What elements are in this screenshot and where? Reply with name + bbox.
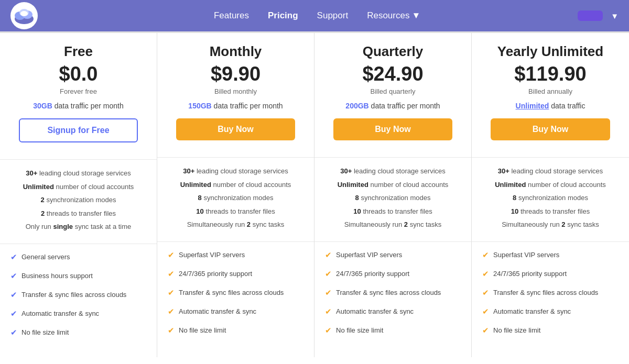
plan-name-yearly: Yearly Unlimited [480, 43, 621, 60]
check-icon-quarterly-3: ✔ [325, 307, 332, 316]
plan-price-monthly: $9.90 [166, 63, 306, 85]
check-item-free-0: ✔ General servers [10, 252, 146, 262]
feature-line-free-3: 2 threads to transfer files [10, 208, 146, 219]
feature-line-yearly-0: 30+ leading cloud storage services [482, 166, 619, 177]
signup-button[interactable] [578, 10, 603, 21]
check-label: Automatic transfer & sync [21, 310, 99, 317]
check-icon-yearly-0: ✔ [482, 250, 489, 260]
feature-line-monthly-1: Unlimited number of cloud accounts [168, 180, 303, 190]
plan-billing-quarterly: Billed quarterly [323, 87, 463, 95]
feature-line-yearly-1: Unlimited number of cloud accounts [482, 180, 619, 190]
check-label: Business hours support [21, 272, 93, 280]
feature-line-yearly-4: Simultaneously run 2 sync tasks [482, 219, 619, 230]
plan-traffic-quarterly: 200GB data traffic per month [323, 102, 463, 110]
check-item-yearly-1: ✔ 24/7/365 priority support [482, 269, 619, 279]
feature-line-free-2: 2 synchronization modes [10, 195, 146, 205]
check-label: Transfer & sync files across clouds [336, 289, 441, 296]
check-item-free-3: ✔ Automatic transfer & sync [10, 309, 146, 318]
plan-features-free: 30+ leading cloud storage servicesUnlimi… [0, 159, 157, 239]
plan-checklist-monthly: ✔ Superfast VIP servers ✔ 24/7/365 prior… [157, 241, 314, 335]
plan-features-quarterly: 30+ leading cloud storage servicesUnlimi… [314, 157, 471, 237]
traffic-highlight-yearly: Unlimited [516, 102, 549, 110]
logo[interactable] [10, 2, 42, 29]
cta-button-free[interactable]: Signup for Free [19, 118, 138, 142]
language-selector[interactable]: ▼ [609, 12, 619, 20]
check-item-monthly-3: ✔ Automatic transfer & sync [168, 307, 303, 316]
check-icon-monthly-1: ✔ [168, 269, 175, 279]
check-item-monthly-1: ✔ 24/7/365 priority support [168, 269, 303, 279]
feature-line-quarterly-1: Unlimited number of cloud accounts [325, 180, 461, 190]
check-label: No file size limit [336, 326, 383, 334]
check-item-free-1: ✔ Business hours support [10, 271, 146, 281]
feature-line-yearly-2: 8 synchronization modes [482, 193, 619, 203]
feature-line-monthly-0: 30+ leading cloud storage services [168, 166, 303, 177]
plan-price-yearly: $119.90 [480, 63, 621, 85]
check-icon-quarterly-2: ✔ [325, 288, 332, 297]
check-label: 24/7/365 priority support [336, 270, 409, 278]
check-label: 24/7/365 priority support [179, 270, 252, 278]
logo-icon [10, 2, 38, 29]
cta-button-quarterly[interactable]: Buy Now [333, 118, 452, 140]
nav-actions: ▼ [571, 10, 619, 21]
feature-line-yearly-3: 10 threads to transfer files [482, 206, 619, 217]
check-item-free-2: ✔ Transfer & sync files across clouds [10, 290, 146, 300]
check-label: No file size limit [179, 326, 226, 334]
feature-line-monthly-4: Simultaneously run 2 sync tasks [168, 219, 303, 230]
traffic-highlight-free: 30GB [33, 102, 52, 110]
cta-button-monthly[interactable]: Buy Now [176, 118, 295, 140]
nav-resources[interactable]: Resources ▼ [367, 10, 420, 21]
check-label: General servers [21, 253, 70, 261]
plan-header-monthly: Monthly $9.90 Billed monthly 150GB data … [157, 33, 314, 149]
cta-button-yearly[interactable]: Buy Now [491, 118, 610, 140]
plan-name-monthly: Monthly [166, 43, 306, 60]
plan-price-quarterly: $24.90 [323, 63, 463, 85]
plan-price-free: $0.0 [8, 63, 148, 85]
feature-line-monthly-3: 10 threads to transfer files [168, 206, 303, 217]
feature-line-free-1: Unlimited number of cloud accounts [10, 182, 146, 192]
check-label: Superfast VIP servers [336, 251, 402, 259]
nav-support[interactable]: Support [317, 10, 349, 21]
plan-checklist-free: ✔ General servers ✔ Business hours suppo… [0, 244, 157, 337]
check-label: Superfast VIP servers [179, 251, 245, 259]
check-icon-quarterly-1: ✔ [325, 269, 332, 279]
check-icon-free-1: ✔ [10, 271, 17, 281]
check-icon-yearly-3: ✔ [482, 307, 489, 316]
nav-features[interactable]: Features [214, 10, 249, 21]
plan-header-quarterly: Quarterly $24.90 Billed quarterly 200GB … [314, 33, 471, 149]
check-icon-monthly-4: ✔ [168, 326, 175, 335]
plan-traffic-monthly: 150GB data traffic per month [166, 102, 306, 110]
check-item-monthly-4: ✔ No file size limit [168, 326, 303, 335]
plan-features-yearly: 30+ leading cloud storage servicesUnlimi… [472, 157, 629, 237]
pricing-grid: Free $0.0 Forever free 30GB data traffic… [0, 31, 629, 357]
nav-links: Features Pricing Support Resources ▼ [63, 10, 571, 21]
feature-line-free-4: Only run single sync task at a time [10, 222, 146, 232]
plan-billing-yearly: Billed annually [480, 87, 621, 95]
check-icon-quarterly-0: ✔ [325, 250, 332, 260]
plan-free: Free $0.0 Forever free 30GB data traffic… [0, 33, 157, 357]
check-label: Superfast VIP servers [493, 251, 559, 259]
feature-line-monthly-2: 8 synchronization modes [168, 193, 303, 203]
plan-name-free: Free [8, 43, 148, 60]
check-icon-monthly-0: ✔ [168, 250, 175, 260]
check-item-monthly-0: ✔ Superfast VIP servers [168, 250, 303, 260]
check-label: No file size limit [21, 328, 69, 336]
check-item-yearly-4: ✔ No file size limit [482, 326, 619, 335]
check-item-quarterly-0: ✔ Superfast VIP servers [325, 250, 461, 260]
check-item-free-4: ✔ No file size limit [10, 328, 146, 337]
plan-checklist-quarterly: ✔ Superfast VIP servers ✔ 24/7/365 prior… [314, 241, 471, 335]
plan-billing-free: Forever free [8, 87, 148, 95]
plan-checklist-yearly: ✔ Superfast VIP servers ✔ 24/7/365 prior… [472, 241, 629, 335]
plan-header-yearly: Yearly Unlimited $119.90 Billed annually… [472, 33, 629, 149]
check-item-yearly-0: ✔ Superfast VIP servers [482, 250, 619, 260]
check-label: Transfer & sync files across clouds [493, 289, 598, 296]
plan-traffic-yearly: Unlimited data traffic [480, 102, 621, 110]
chevron-down-icon: ▼ [411, 10, 420, 21]
plan-name-quarterly: Quarterly [323, 43, 463, 60]
check-item-quarterly-3: ✔ Automatic transfer & sync [325, 307, 461, 316]
check-item-yearly-3: ✔ Automatic transfer & sync [482, 307, 619, 316]
traffic-highlight-quarterly: 200GB [345, 102, 368, 110]
check-item-quarterly-2: ✔ Transfer & sync files across clouds [325, 288, 461, 297]
check-icon-yearly-2: ✔ [482, 288, 489, 297]
plan-quarterly: Quarterly $24.90 Billed quarterly 200GB … [314, 33, 472, 357]
nav-pricing[interactable]: Pricing [268, 10, 298, 21]
